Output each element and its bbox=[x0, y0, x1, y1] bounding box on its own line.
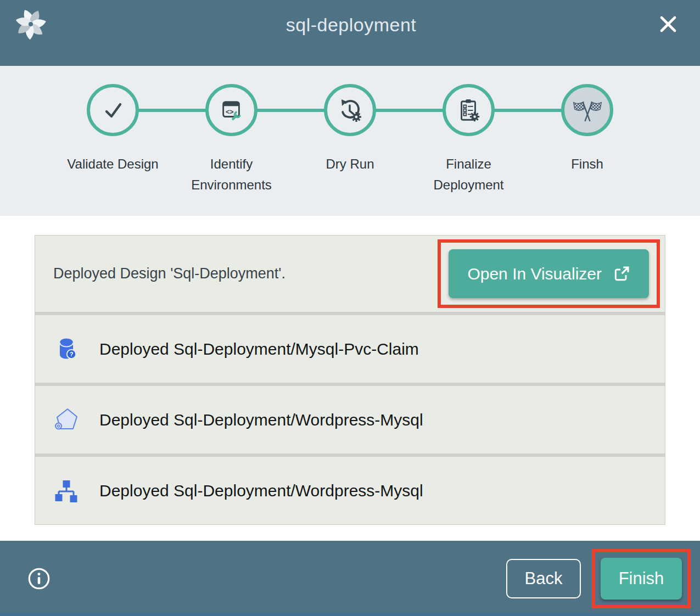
step-circle-dry-run[interactable] bbox=[324, 84, 376, 136]
deployed-item-text: Deployed Sql-Deployment/Wordpress-Mysql bbox=[99, 481, 423, 500]
database-icon: ? bbox=[53, 336, 80, 362]
svg-text:<>: <> bbox=[225, 108, 233, 115]
deployed-item-row: Deployed Sql-Deployment/Wordpress-Mysql bbox=[35, 386, 665, 453]
step-finalize-deployment: Finalize Deployment bbox=[410, 84, 528, 196]
close-button[interactable] bbox=[655, 11, 681, 37]
layer5-pinwheel-logo-icon bbox=[14, 8, 47, 41]
check-icon bbox=[100, 97, 126, 124]
modal-header: sql-deployment bbox=[0, 0, 700, 66]
deployed-design-row: Deployed Design 'Sql-Deployment'. Open I… bbox=[35, 236, 665, 312]
deployed-item-text: Deployed Sql-Deployment/Mysql-Pvc-Claim bbox=[99, 340, 419, 359]
deployment-modal: sql-deployment Validate Design bbox=[0, 0, 700, 616]
finish-button[interactable]: Finish bbox=[601, 558, 682, 600]
step-label: Dry Run bbox=[326, 154, 374, 175]
back-button[interactable]: Back bbox=[506, 559, 581, 598]
finish-flags-icon bbox=[572, 97, 603, 124]
deployed-design-message: Deployed Design 'Sql-Deployment'. bbox=[53, 265, 285, 282]
workload-hierarchy-icon bbox=[53, 478, 80, 504]
step-label: Finalize Deployment bbox=[422, 154, 516, 196]
highlight-box-finish: Finish bbox=[592, 549, 691, 608]
svg-text:?: ? bbox=[70, 351, 74, 357]
deployment-result-list: Deployed Design 'Sql-Deployment'. Open I… bbox=[35, 235, 665, 525]
history-gear-icon bbox=[337, 97, 363, 124]
deployed-item-row: Deployed Sql-Deployment/Wordpress-Mysql bbox=[35, 457, 665, 524]
info-icon bbox=[26, 566, 52, 591]
step-identify-environments: <> Identify Environments bbox=[172, 84, 291, 196]
step-circle-finish[interactable] bbox=[561, 84, 613, 136]
step-circle-validate-design[interactable] bbox=[87, 84, 139, 136]
highlight-box-visualizer: Open In Visualizer bbox=[438, 239, 660, 308]
stepper-section: Validate Design <> bbox=[0, 66, 700, 216]
modal-title: sql-deployment bbox=[47, 14, 655, 36]
step-label: Finsh bbox=[571, 154, 603, 175]
external-link-icon bbox=[613, 265, 630, 283]
step-label: Identify Environments bbox=[184, 154, 279, 196]
deployed-item-row: ? Deployed Sql-Deployment/Mysql-Pvc-Clai… bbox=[35, 315, 665, 383]
step-finish: Finsh bbox=[528, 84, 647, 196]
page-bottom-strip bbox=[0, 613, 700, 616]
clipboard-gear-icon bbox=[456, 98, 481, 123]
step-dry-run: Dry Run bbox=[291, 84, 410, 196]
step-label: Validate Design bbox=[67, 154, 158, 175]
code-wrench-icon: <> bbox=[219, 98, 244, 123]
modal-footer: Back Finish bbox=[0, 541, 700, 616]
step-circle-finalize-deployment[interactable] bbox=[443, 84, 495, 136]
application-pentagon-icon bbox=[53, 407, 80, 433]
step-validate-design: Validate Design bbox=[54, 84, 172, 196]
open-in-visualizer-label: Open In Visualizer bbox=[467, 265, 602, 283]
deployment-stepper: Validate Design <> bbox=[54, 66, 647, 196]
open-in-visualizer-button[interactable]: Open In Visualizer bbox=[449, 249, 649, 298]
step-circle-identify-environments[interactable]: <> bbox=[205, 84, 257, 136]
deployed-item-text: Deployed Sql-Deployment/Wordpress-Mysql bbox=[99, 411, 423, 429]
close-icon bbox=[655, 11, 681, 37]
info-button[interactable] bbox=[26, 566, 52, 591]
